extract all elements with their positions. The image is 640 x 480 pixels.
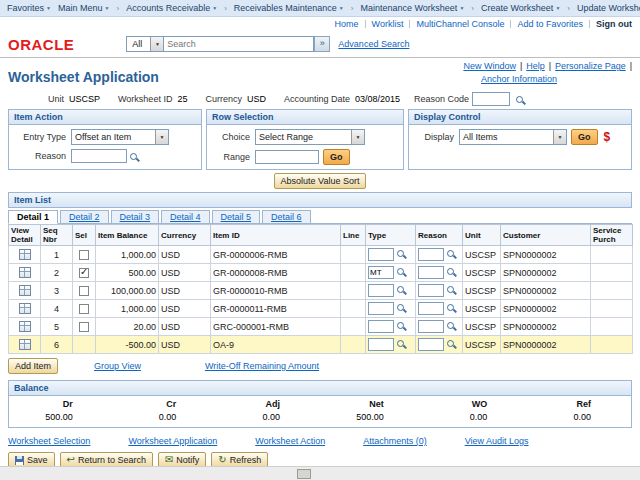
cell-customer: SPN0000002 [501,336,591,354]
notify-label: Notify [176,455,199,465]
lookup-icon[interactable] [397,286,404,293]
cell-seq: 3 [41,282,73,300]
reason-input[interactable] [418,248,444,261]
breadcrumb-item-maintenance-worksheet[interactable]: Maintenance Worksheet▼ [360,3,464,13]
sel-checkbox[interactable] [79,268,89,278]
nav-multichannel-link[interactable]: MultiChannel Console [416,19,504,29]
balance-label: WO [424,399,488,409]
advanced-search-link[interactable]: Advanced Search [338,39,409,49]
tab-detail-2[interactable]: Detail 2 [60,210,109,223]
sel-checkbox[interactable] [79,250,89,260]
item-action-reason-input[interactable] [71,149,127,163]
worksheet-action-link[interactable]: Worksheet Action [255,436,325,446]
reason-input[interactable] [418,302,444,315]
breadcrumb-item-update-worksheet[interactable]: Update Worksheet [577,3,640,13]
view-detail-icon[interactable] [19,321,31,332]
type-input[interactable] [368,266,394,279]
breadcrumb-item-create-worksheet[interactable]: Create Worksheet▼ [481,3,560,13]
type-input[interactable] [368,338,394,351]
type-input[interactable] [368,302,394,315]
page-head: Worksheet Application New Window | Help … [8,60,632,91]
lookup-icon[interactable] [447,304,454,311]
view-detail-icon[interactable] [19,339,31,350]
attachments-link[interactable]: Attachments (0) [363,436,427,446]
search-submit-button[interactable]: » [314,36,330,52]
lookup-icon[interactable] [447,340,454,347]
group-view-link[interactable]: Group View [94,361,141,371]
breadcrumb-label: Maintenance Worksheet [360,3,457,13]
new-window-link[interactable]: New Window [463,61,516,71]
sign-out-link[interactable]: Sign out [596,19,632,29]
lookup-icon[interactable] [447,322,454,329]
sel-checkbox[interactable] [79,304,89,314]
lookup-icon[interactable] [130,153,137,160]
choice-select[interactable]: Select Range ▼ [255,129,365,145]
breadcrumb-label: Update Worksheet [577,3,640,13]
breadcrumb-separator-icon: › [567,4,570,13]
add-item-button[interactable]: Add Item [8,358,58,374]
nav-worklist-link[interactable]: Worklist [372,19,404,29]
range-input[interactable] [255,150,319,164]
anchor-information-link[interactable]: Anchor Information [481,74,557,84]
lookup-icon[interactable] [516,96,523,103]
entry-type-select[interactable]: Offset an Item ▼ [71,129,169,145]
reason-input[interactable] [418,284,444,297]
lookup-icon[interactable] [447,286,454,293]
display-select[interactable]: All Items ▼ [459,129,567,145]
type-input[interactable] [368,284,394,297]
type-input[interactable] [368,320,394,333]
tab-detail-1[interactable]: Detail 1 [8,210,58,224]
tab-detail-6[interactable]: Detail 6 [262,210,311,223]
lookup-icon[interactable] [397,340,404,347]
type-input[interactable] [368,248,394,261]
view-detail-icon[interactable] [19,249,31,260]
currency-symbol-icon[interactable]: $ [604,130,611,144]
worksheet-selection-link[interactable]: Worksheet Selection [8,436,90,446]
lookup-icon[interactable] [397,322,404,329]
lookup-icon[interactable] [447,250,454,257]
absolute-value-sort-button[interactable]: Absolute Value Sort [274,173,367,189]
worksheet-application-link[interactable]: Worksheet Application [128,436,217,446]
view-detail-icon[interactable] [19,267,31,278]
cell-seq: 4 [41,300,73,318]
tab-detail-5[interactable]: Detail 5 [212,210,261,223]
search-input[interactable] [164,36,314,52]
sel-checkbox[interactable] [79,322,89,332]
view-detail-icon[interactable] [19,285,31,296]
reason-input[interactable] [418,338,444,351]
breadcrumb-item-receivables-maintenance[interactable]: Receivables Maintenance▼ [234,3,344,13]
save-label: Save [27,455,48,465]
cell-customer: SPN0000002 [501,264,591,282]
lookup-icon[interactable] [397,268,404,275]
search-scope-select[interactable]: All ▼ [126,36,164,52]
breadcrumb-item-main-menu[interactable]: Main Menu▼ [58,3,109,13]
personalize-page-link[interactable]: Personalize Page [555,61,626,71]
cell-item-id: GR-0000010-RMB [211,282,341,300]
horizontal-scrollbar[interactable] [0,466,640,480]
lookup-icon[interactable] [447,268,454,275]
return-label: Return to Search [78,455,146,465]
header-fields: Unit USCSP Worksheet ID 25 Currency USD … [8,91,632,107]
nav-add-to-favorites-link[interactable]: Add to Favorites [517,19,583,29]
write-off-remaining-link[interactable]: Write-Off Remaining Amount [205,361,319,371]
breadcrumb-item-favorites[interactable]: Favorites▼ [7,3,51,13]
nav-home-link[interactable]: Home [335,19,359,29]
display-go-button[interactable]: Go [571,129,598,145]
view-detail-icon[interactable] [19,303,31,314]
tab-detail-3[interactable]: Detail 3 [111,210,160,223]
help-link[interactable]: Help [526,61,545,71]
breadcrumb-item-accounts-receivable[interactable]: Accounts Receivable▼ [126,3,217,13]
breadcrumb-separator-icon: › [116,4,119,13]
range-go-button[interactable]: Go [323,149,350,165]
reason-code-input[interactable] [472,92,510,106]
refresh-label: Refresh [230,455,262,465]
tab-detail-4[interactable]: Detail 4 [161,210,210,223]
reason-input[interactable] [418,266,444,279]
view-audit-logs-link[interactable]: View Audit Logs [465,436,529,446]
lookup-icon[interactable] [397,250,404,257]
sel-checkbox[interactable] [79,286,89,296]
balance-col-dr: Dr 500.00 [9,399,113,422]
lookup-icon[interactable] [397,304,404,311]
scrollbar-thumb[interactable] [297,469,311,479]
reason-input[interactable] [418,320,444,333]
